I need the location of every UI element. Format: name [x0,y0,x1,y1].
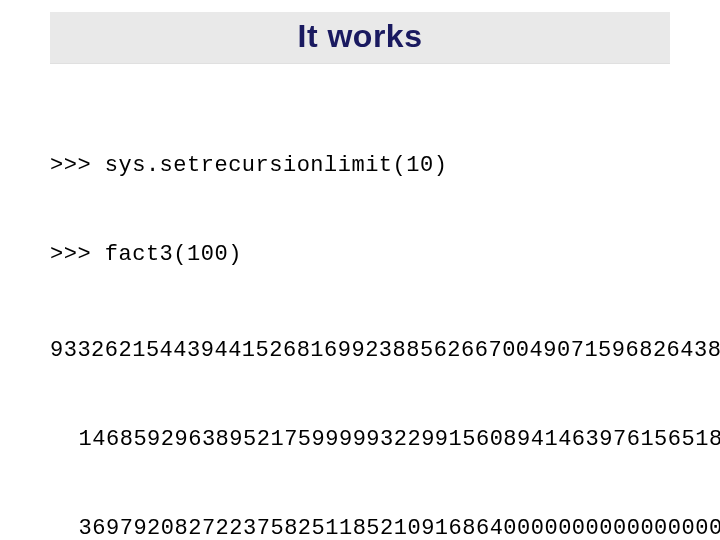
code-line: >>> sys.setrecursionlimit(10) [50,151,670,181]
code-line: >>> fact3(100) [50,240,670,270]
code-output: 3697920827223758251185210916864000000000… [50,514,670,540]
code-output: 1468592963895217599999322991560894146397… [50,425,670,455]
title-bar: It works [50,12,670,64]
code-block: >>> sys.setrecursionlimit(10) >>> fact3(… [50,92,670,540]
code-output: 9332621544394415268169923885626670049071… [50,336,670,366]
page-title: It works [298,18,423,54]
slide: It works >>> sys.setrecursionlimit(10) >… [0,0,720,540]
